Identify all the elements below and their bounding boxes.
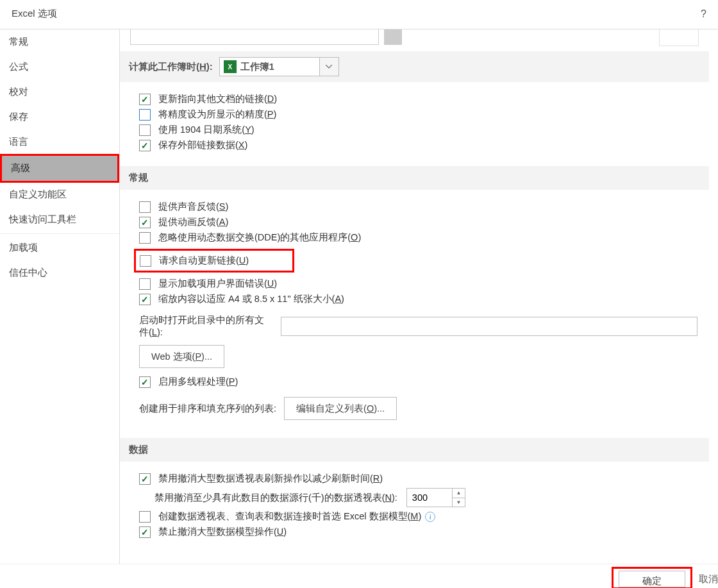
opt-label: 将精度设为所显示的精度(P) (158, 108, 276, 121)
ok-button-highlight: 确定 (612, 567, 692, 588)
opt-ignore-dde[interactable]: 忽略使用动态数据交换(DDE)的其他应用程序(O) (139, 231, 697, 244)
section-data-label: 数据 (129, 444, 148, 456)
opt-label: 忽略使用动态数据交换(DDE)的其他应用程序(O) (158, 231, 361, 244)
checkbox-icon[interactable] (139, 294, 151, 305)
sidebar-item-language[interactable]: 语言 (0, 130, 119, 155)
section-general-body: 提供声音反馈(S) 提供动画反馈(A) 忽略使用动态数据交换(DDE)的其他应用… (120, 190, 709, 438)
checkbox-icon[interactable] (139, 124, 151, 136)
opt-disable-undo-refresh[interactable]: 禁用撤消大型数据透视表刷新操作以减少刷新时间(R) (139, 473, 697, 485)
custom-lists-row: 创建用于排序和填充序列的列表: 编辑自定义列表(O)... (139, 397, 697, 420)
sidebar-item-advanced[interactable]: 高级 (2, 156, 117, 181)
spinner-arrows: ▲ ▼ (452, 489, 465, 507)
cutoff-ghost-button[interactable] (659, 29, 699, 46)
checkbox-icon[interactable] (139, 140, 151, 151)
opt-auto-update-links[interactable]: 请求自动更新链接(U) (140, 255, 249, 267)
sidebar-item-proofing[interactable]: 校对 (0, 80, 119, 105)
checkbox-icon[interactable] (139, 278, 151, 290)
workbook-dropdown-text: 工作簿1 (240, 61, 319, 73)
startup-files-row: 启动时打开此目录中的所有文件(L): (139, 314, 697, 339)
opt-show-addin-errors[interactable]: 显示加载项用户界面错误(U) (139, 278, 697, 290)
edit-custom-lists-button[interactable]: 编辑自定义列表(O)... (284, 397, 397, 420)
cutoff-row (120, 29, 709, 51)
custom-lists-label: 创建用于排序和填充序列的列表: (139, 403, 276, 415)
sidebar-item-trust-center[interactable]: 信任中心 (0, 260, 119, 285)
opt-scale-a4[interactable]: 缩放内容以适应 A4 或 8.5 x 11" 纸张大小(A) (139, 293, 697, 305)
checkbox-icon[interactable] (139, 473, 151, 485)
section-calc-body: 更新指向其他文档的链接(D) 将精度设为所显示的精度(P) 使用 1904 日期… (120, 82, 709, 166)
section-general-header: 常规 (120, 166, 709, 190)
opt-auto-update-links-highlight: 请求自动更新链接(U) (134, 249, 294, 273)
opt-label: 缩放内容以适应 A4 或 8.5 x 11" 纸张大小(A) (158, 293, 344, 305)
opt-disable-undo-model[interactable]: 禁止撤消大型数据模型操作(U) (139, 526, 697, 538)
footer: 确定 取消 (0, 564, 718, 588)
section-general-label: 常规 (129, 172, 148, 184)
opt-label: 显示加载项用户界面错误(U) (158, 278, 277, 290)
opt-label: 使用 1904 日期系统(Y) (158, 124, 255, 136)
checkbox-icon[interactable] (139, 109, 151, 121)
checkbox-icon[interactable] (139, 217, 151, 228)
opt-label: 更新指向其他文档的链接(D) (158, 93, 277, 105)
checkbox-icon[interactable] (140, 255, 151, 267)
opt-sound-feedback[interactable]: 提供声音反馈(S) (139, 201, 697, 213)
sidebar: 常规 公式 校对 保存 语言 高级 自定义功能区 快速访问工具栏 加载项 信任中… (0, 29, 120, 564)
opt-precision-as-displayed[interactable]: 将精度设为所显示的精度(P) (139, 108, 697, 121)
section-calc-label: 计算此工作簿时(H): (129, 61, 213, 73)
section-data-body: 禁用撤消大型数据透视表刷新操作以减少刷新时间(R) 禁用撤消至少具有此数目的数据… (120, 462, 709, 553)
cutoff-button[interactable] (384, 29, 402, 45)
undo-threshold-row: 禁用撤消至少具有此数目的数据源行(千)的数据透视表(N): ▲ ▼ (154, 488, 697, 507)
titlebar: Excel 选项 ? (0, 0, 718, 29)
opt-prefer-data-model[interactable]: 创建数据透视表、查询表和数据连接时首选 Excel 数据模型(M) i (139, 510, 697, 523)
opt-label: 启用多线程处理(P) (158, 376, 238, 388)
checkbox-icon[interactable] (139, 376, 151, 388)
opt-label: 创建数据透视表、查询表和数据连接时首选 Excel 数据模型(M) (158, 510, 421, 523)
checkbox-icon[interactable] (139, 94, 151, 105)
cancel-button[interactable]: 取消 (699, 567, 718, 585)
undo-threshold-spinner[interactable]: ▲ ▼ (406, 488, 465, 507)
sidebar-item-customize-ribbon[interactable]: 自定义功能区 (0, 182, 119, 207)
section-calc-header: 计算此工作簿时(H): X 工作簿1 (120, 51, 709, 82)
arrow-down-icon[interactable]: ▼ (453, 498, 465, 507)
body: 常规 公式 校对 保存 语言 高级 自定义功能区 快速访问工具栏 加载项 信任中… (0, 29, 718, 564)
sidebar-item-formula[interactable]: 公式 (0, 55, 119, 80)
opt-label: 禁用撤消大型数据透视表刷新操作以减少刷新时间(R) (158, 473, 383, 485)
startup-files-input[interactable] (281, 317, 697, 336)
checkbox-icon[interactable] (139, 526, 151, 538)
content-pane[interactable]: 计算此工作簿时(H): X 工作簿1 更新指向其他文档的链接(D) (120, 29, 718, 564)
web-options-button[interactable]: Web 选项(P)... (139, 345, 224, 368)
opt-update-links[interactable]: 更新指向其他文档的链接(D) (139, 93, 697, 105)
section-data-header: 数据 (120, 438, 709, 462)
opt-label: 禁止撤消大型数据模型操作(U) (158, 526, 287, 538)
ok-button[interactable]: 确定 (619, 571, 685, 587)
checkbox-icon[interactable] (139, 201, 151, 213)
sidebar-item-save[interactable]: 保存 (0, 105, 119, 130)
sidebar-item-quick-access[interactable]: 快速访问工具栏 (0, 207, 119, 232)
sidebar-highlight: 高级 (0, 154, 119, 183)
opt-label: 提供声音反馈(S) (158, 201, 228, 213)
sidebar-item-general[interactable]: 常规 (0, 29, 119, 55)
opt-label: 保存外部链接数据(X) (158, 139, 247, 151)
opt-multithread[interactable]: 启用多线程处理(P) (139, 376, 697, 388)
undo-threshold-input[interactable] (407, 489, 452, 507)
opt-save-external-links[interactable]: 保存外部链接数据(X) (139, 139, 697, 151)
opt-label: 请求自动更新链接(U) (159, 255, 249, 267)
sidebar-item-addins[interactable]: 加载项 (0, 235, 119, 260)
startup-files-label: 启动时打开此目录中的所有文件(L): (139, 314, 273, 339)
options-window: Excel 选项 ? 常规 公式 校对 保存 语言 高级 自定义功能区 快速访问… (0, 0, 718, 588)
info-icon[interactable]: i (425, 512, 435, 522)
workbook-dropdown[interactable]: X 工作簿1 (219, 57, 339, 76)
opt-label: 提供动画反馈(A) (158, 216, 228, 228)
arrow-up-icon[interactable]: ▲ (453, 489, 465, 498)
opt-1904-date[interactable]: 使用 1904 日期系统(Y) (139, 124, 697, 136)
opt-anim-feedback[interactable]: 提供动画反馈(A) (139, 216, 697, 228)
help-icon[interactable]: ? (701, 8, 706, 20)
window-title: Excel 选项 (12, 8, 57, 20)
chevron-down-icon (319, 58, 338, 76)
undo-threshold-label: 禁用撤消至少具有此数目的数据源行(千)的数据透视表(N): (154, 492, 397, 504)
checkbox-icon[interactable] (139, 511, 151, 523)
checkbox-icon[interactable] (139, 232, 151, 244)
cutoff-input[interactable] (130, 29, 379, 45)
excel-file-icon: X (224, 60, 237, 73)
